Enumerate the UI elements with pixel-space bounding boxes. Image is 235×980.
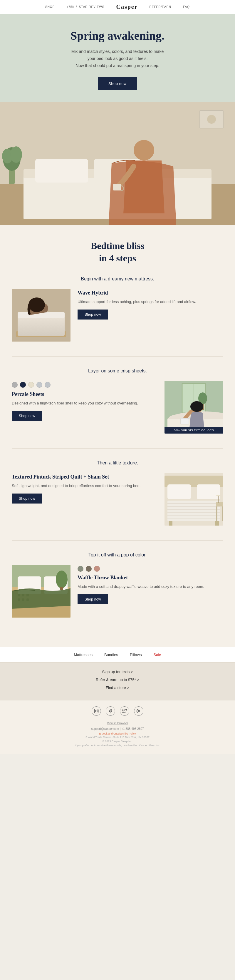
- step1-product-name: Wave Hybrid: [78, 290, 223, 296]
- main-content: Bedtime bliss in 4 steps Begin with a dr…: [0, 225, 235, 647]
- step2-product-info: Percale Sheets Designed with a high-tech…: [12, 381, 157, 421]
- step4-product-info: Waffle Throw Blanket Made with a soft an…: [78, 565, 223, 605]
- instagram-icon[interactable]: [92, 706, 101, 716]
- pinterest-icon[interactable]: [134, 706, 143, 716]
- step3-product-row: Textured Pintuck Striped Quilt + Sham Se…: [12, 473, 223, 525]
- svg-rect-60: [94, 709, 98, 713]
- step2-container: Layer on some crisp sheets. Percale Shee…: [12, 368, 223, 434]
- svg-point-29: [191, 401, 203, 412]
- step1-product-desc: Ultimate support for less aching, plus s…: [78, 299, 223, 305]
- nav-shop[interactable]: SHOP: [45, 5, 55, 8]
- swatch-cream[interactable]: [28, 382, 34, 388]
- waffle-swatch-sage[interactable]: [78, 566, 83, 572]
- footer-nav: Mattresses Bundles Pillows Sale: [0, 647, 235, 663]
- svg-rect-42: [215, 521, 219, 525]
- step4-shop-button[interactable]: Shop now: [78, 594, 108, 605]
- nav-faq[interactable]: FAQ: [183, 5, 190, 8]
- svg-rect-33: [197, 484, 220, 499]
- quilt-illustration: [165, 473, 223, 525]
- footer-links: Sign up for texts Refer & earn up to $75…: [0, 663, 235, 700]
- svg-rect-32: [167, 484, 191, 499]
- step1-container: Begin with a dreamy new mattress. Wav: [12, 276, 223, 342]
- svg-rect-5: [35, 159, 88, 183]
- hero-image: [0, 102, 235, 225]
- svg-rect-12: [113, 184, 121, 191]
- svg-rect-54: [27, 594, 29, 597]
- step1-shop-button[interactable]: Shop now: [78, 310, 108, 320]
- step2-product-image: 50% OFF SELECT COLORS: [165, 381, 223, 434]
- twitter-icon[interactable]: [120, 706, 129, 716]
- step3-container: Then a little texture. Textured Pintuck …: [12, 460, 223, 525]
- waffle-swatch-blush[interactable]: [94, 566, 100, 572]
- wave-illustration: Wave™: [12, 289, 70, 342]
- swatch-navy[interactable]: [20, 382, 26, 388]
- divider-1: [12, 356, 223, 356]
- step2-product-row: Percale Sheets Designed with a high-tech…: [12, 381, 223, 434]
- step2-product-desc: Designed with a high-tech fiber shell to…: [12, 400, 157, 407]
- footer-email: support@casper.com | +1 888-498-2807: [12, 727, 223, 730]
- step2-product-name: Percale Sheets: [12, 391, 157, 398]
- svg-rect-41: [169, 521, 172, 525]
- step3-product-desc: Soft, lightweight, and designed to bring…: [12, 483, 157, 489]
- main-nav: SHOP +75K 5-STAR REVIEWS Casper REFER/EA…: [0, 0, 235, 14]
- waffle-swatch-taupe[interactable]: [86, 566, 92, 572]
- nav-refer[interactable]: REFER/EARN: [149, 5, 171, 8]
- step4-product-row: Waffle Throw Blanket Made with a soft an…: [12, 565, 223, 617]
- svg-point-11: [133, 140, 154, 161]
- step2-shop-button[interactable]: Shop now: [12, 411, 42, 421]
- divider-3: [12, 540, 223, 541]
- svg-point-10: [10, 146, 22, 163]
- svg-rect-18: [16, 331, 66, 337]
- hero-subtitle: Mix and match styles, colors, and textur…: [24, 48, 211, 69]
- svg-point-61: [95, 710, 97, 712]
- svg-point-62: [97, 710, 98, 710]
- step1-label: Begin with a dreamy new mattress.: [12, 276, 223, 282]
- footer-signup-link[interactable]: Sign up for texts: [6, 670, 229, 674]
- swatch-silver[interactable]: [44, 382, 51, 388]
- svg-rect-56: [22, 598, 24, 601]
- step3-product-name: Textured Pintuck Striped Quilt + Sham Se…: [12, 474, 157, 480]
- footer-nav-bundles[interactable]: Bundles: [104, 652, 118, 657]
- nav-reviews[interactable]: +75K 5-STAR REVIEWS: [67, 5, 104, 8]
- hero-illustration: [0, 102, 235, 225]
- step2-badge: 50% OFF SELECT COLORS: [165, 427, 223, 434]
- svg-point-58: [56, 571, 68, 588]
- footer-store-link[interactable]: Find a store: [6, 686, 229, 690]
- step1-product-info: Wave Hybrid Ultimate support for less ac…: [78, 289, 223, 320]
- step3-shop-button[interactable]: Shop now: [12, 493, 42, 504]
- step1-product-row: Wave™ Wave Hybrid Ultimate support for l…: [12, 289, 223, 342]
- footer-small: View in Browser support@casper.com | +1 …: [0, 722, 235, 754]
- svg-rect-45: [222, 506, 223, 521]
- footer-unsubscribe-link[interactable]: View in Browser: [12, 722, 223, 725]
- hero-shop-now-button[interactable]: Shop now: [98, 77, 137, 90]
- footer-refer-link[interactable]: Refer & earn up to $75*: [6, 678, 229, 682]
- svg-rect-28: [181, 418, 189, 424]
- footer-nav-sale[interactable]: Sale: [154, 652, 161, 657]
- step2-label: Layer on some crisp sheets.: [12, 368, 223, 374]
- step3-product-image: [165, 473, 223, 525]
- step4-label: Top it off with a pop of color.: [12, 552, 223, 558]
- svg-point-14: [207, 115, 216, 124]
- step4-product-desc: Made with a soft and drapey waffle weave…: [78, 584, 223, 590]
- step4-container: Top it off with a pop of color.: [12, 552, 223, 617]
- svg-point-19: [29, 298, 45, 312]
- footer-nav-mattresses[interactable]: Mattresses: [74, 652, 92, 657]
- svg-rect-46: [218, 496, 219, 503]
- svg-rect-59: [60, 587, 63, 590]
- step4-color-swatches: [78, 566, 223, 572]
- swatch-gray[interactable]: [12, 382, 17, 388]
- hero-section: Spring awakening. Mix and match styles, …: [0, 14, 235, 102]
- waffle-illustration: [12, 565, 70, 617]
- hero-title: Spring awakening.: [24, 29, 211, 43]
- facebook-icon[interactable]: [106, 706, 115, 716]
- svg-rect-44: [216, 506, 218, 521]
- svg-rect-55: [17, 598, 20, 601]
- nav-logo[interactable]: Casper: [116, 3, 138, 10]
- footer-policy-link[interactable]: E-book and Unsubscribe Policy: [12, 732, 223, 735]
- svg-text:Wave™: Wave™: [21, 323, 30, 326]
- svg-rect-43: [216, 502, 223, 506]
- step3-label: Then a little texture.: [12, 460, 223, 466]
- swatch-light-gray[interactable]: [37, 382, 42, 388]
- footer-nav-pillows[interactable]: Pillows: [130, 652, 141, 657]
- step3-product-info: Textured Pintuck Striped Quilt + Sham Se…: [12, 473, 157, 504]
